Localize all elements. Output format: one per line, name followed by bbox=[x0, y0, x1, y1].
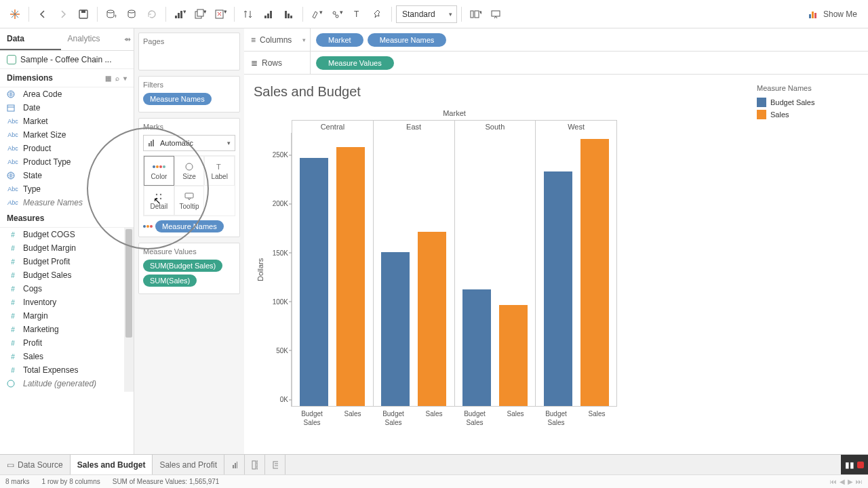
measure-field[interactable]: #Budget COGS bbox=[0, 228, 134, 241]
geo-icon bbox=[7, 171, 19, 180]
filters-label: Filters bbox=[143, 81, 235, 89]
panel-menu-icon[interactable]: ⇴ bbox=[121, 28, 134, 50]
show-cards-icon[interactable]: ▾ bbox=[466, 5, 485, 24]
measure-field[interactable]: #Margin bbox=[0, 309, 134, 323]
sheet-tab[interactable]: Sales and Profit bbox=[153, 455, 224, 474]
marks-color-pill[interactable]: Measure Names bbox=[155, 220, 224, 232]
column-pill[interactable]: Market bbox=[316, 33, 363, 47]
tableau-logo-icon[interactable] bbox=[5, 5, 24, 24]
duplicate-icon[interactable]: ▾ bbox=[191, 5, 210, 24]
color-legend-icon bbox=[143, 225, 153, 228]
measure-field[interactable]: #Budget Margin bbox=[0, 241, 134, 255]
measure-field[interactable]: #Total Expenses bbox=[0, 363, 134, 377]
measure-field[interactable]: #Inventory bbox=[0, 296, 134, 309]
dimension-field[interactable]: Date bbox=[0, 101, 134, 115]
pages-shelf[interactable]: Pages bbox=[138, 33, 240, 70]
new-story-icon[interactable] bbox=[265, 455, 285, 474]
measure-values-shelf[interactable]: Measure Values SUM(Budget Sales) SUM(Sal… bbox=[138, 243, 240, 294]
fit-dropdown[interactable]: Standard bbox=[396, 5, 457, 23]
chart-panels bbox=[292, 133, 617, 407]
svg-rect-59 bbox=[257, 466, 258, 469]
sort-desc-icon[interactable] bbox=[279, 5, 298, 24]
marks-tooltip-button[interactable]: Tooltip bbox=[174, 186, 205, 216]
bar[interactable] bbox=[418, 232, 446, 406]
column-pill[interactable]: Measure Names bbox=[368, 33, 447, 47]
show-me-button[interactable]: Show Me bbox=[803, 6, 863, 22]
pause-updates-icon[interactable] bbox=[122, 5, 141, 24]
measure-field[interactable]: Latitude (generated) bbox=[0, 377, 134, 390]
save-icon[interactable] bbox=[74, 5, 93, 24]
sheet-tab[interactable]: Sales and Budget bbox=[71, 455, 153, 474]
measure-field[interactable]: #Profit bbox=[0, 336, 134, 350]
svg-rect-22 bbox=[270, 11, 272, 18]
measure-field[interactable]: #Marketing bbox=[0, 323, 134, 336]
bar[interactable] bbox=[499, 305, 528, 406]
tab-analytics[interactable]: Analytics bbox=[61, 28, 122, 50]
pages-label: Pages bbox=[143, 37, 235, 45]
chart-title[interactable]: Sales and Budget bbox=[254, 84, 749, 100]
new-datasource-icon[interactable]: + bbox=[102, 5, 121, 24]
back-icon[interactable] bbox=[33, 5, 52, 24]
measure-value-pill[interactable]: SUM(Sales) bbox=[143, 274, 197, 287]
bar[interactable] bbox=[580, 139, 609, 406]
marks-color-button[interactable]: Color bbox=[144, 156, 174, 186]
recording-controls[interactable]: ▮▮ bbox=[841, 455, 868, 474]
filter-pill[interactable]: Measure Names bbox=[143, 93, 212, 105]
marks-size-button[interactable]: Size bbox=[174, 156, 205, 186]
measure-field[interactable]: #Cogs bbox=[0, 282, 134, 296]
swap-icon[interactable] bbox=[239, 5, 258, 24]
datasource-row[interactable]: Sample - Coffee Chain ... bbox=[0, 51, 134, 69]
view-toggle-icon[interactable]: ▦ bbox=[105, 75, 111, 82]
bar[interactable] bbox=[544, 171, 572, 406]
bar[interactable] bbox=[462, 289, 491, 406]
marks-detail-button[interactable]: Detail bbox=[144, 186, 174, 216]
tab-data[interactable]: Data bbox=[0, 28, 61, 50]
legend-item[interactable]: Sales bbox=[757, 110, 859, 119]
columns-shelf[interactable]: ≡Columns Market Measure Names bbox=[244, 28, 868, 52]
measure-value-pill[interactable]: SUM(Budget Sales) bbox=[143, 260, 222, 272]
datasource-tab-icon: ▭ bbox=[7, 460, 14, 470]
dimension-field[interactable]: AbcMarket Size bbox=[0, 128, 134, 142]
dimension-field[interactable]: AbcProduct bbox=[0, 142, 134, 155]
sort-asc-icon[interactable] bbox=[259, 5, 278, 24]
columns-label[interactable]: ≡Columns bbox=[244, 28, 311, 51]
dimension-field[interactable]: AbcProduct Type bbox=[0, 155, 134, 169]
presentation-icon[interactable] bbox=[486, 5, 505, 24]
dimension-field[interactable]: AbcMeasure Names bbox=[0, 196, 134, 209]
show-me-label: Show Me bbox=[823, 9, 857, 19]
dimension-field[interactable]: AbcMarket bbox=[0, 115, 134, 128]
measure-field[interactable]: #Sales bbox=[0, 350, 134, 363]
refresh-icon[interactable] bbox=[142, 5, 161, 24]
clear-icon[interactable]: ▾ bbox=[211, 5, 230, 24]
bar[interactable] bbox=[300, 158, 328, 406]
hash-icon: # bbox=[7, 245, 19, 252]
label-icon[interactable]: T bbox=[348, 5, 367, 24]
legend-item[interactable]: Budget Sales bbox=[757, 98, 859, 107]
row-pill[interactable]: Measure Values bbox=[316, 56, 394, 70]
abc-icon: Abc bbox=[7, 118, 19, 125]
menu-icon[interactable]: ▾ bbox=[123, 75, 127, 82]
new-worksheet-icon[interactable]: ▾ bbox=[170, 5, 189, 24]
marks-label-button[interactable]: TLabel bbox=[204, 156, 235, 186]
pin-icon[interactable] bbox=[368, 5, 387, 24]
bar[interactable] bbox=[381, 252, 410, 406]
forward-icon[interactable] bbox=[54, 5, 73, 24]
data-source-tab[interactable]: ▭Data Source bbox=[0, 455, 71, 474]
dimension-field[interactable]: Area Code bbox=[0, 87, 134, 101]
rows-shelf[interactable]: ≣Rows Measure Values bbox=[244, 52, 868, 75]
dimension-field[interactable]: State bbox=[0, 169, 134, 182]
bar[interactable] bbox=[336, 147, 365, 406]
dimension-field[interactable]: AbcType bbox=[0, 182, 134, 196]
group-icon[interactable]: ▾ bbox=[328, 5, 347, 24]
new-dashboard-icon[interactable] bbox=[245, 455, 265, 474]
filters-shelf[interactable]: Filters Measure Names bbox=[138, 76, 240, 113]
hash-icon: # bbox=[7, 258, 19, 266]
new-sheet-icon[interactable]: + bbox=[224, 455, 245, 474]
measure-field[interactable]: #Budget Profit bbox=[0, 255, 134, 268]
highlight-icon[interactable]: ▾ bbox=[307, 5, 326, 24]
sheet-nav[interactable]: ⏮◀▶⏭ bbox=[830, 478, 863, 485]
marks-type-dropdown[interactable]: Automatic bbox=[143, 135, 235, 151]
measure-field[interactable]: #Budget Sales bbox=[0, 268, 134, 282]
scrollbar[interactable] bbox=[124, 228, 134, 392]
search-icon[interactable]: ⌕ bbox=[115, 75, 119, 82]
